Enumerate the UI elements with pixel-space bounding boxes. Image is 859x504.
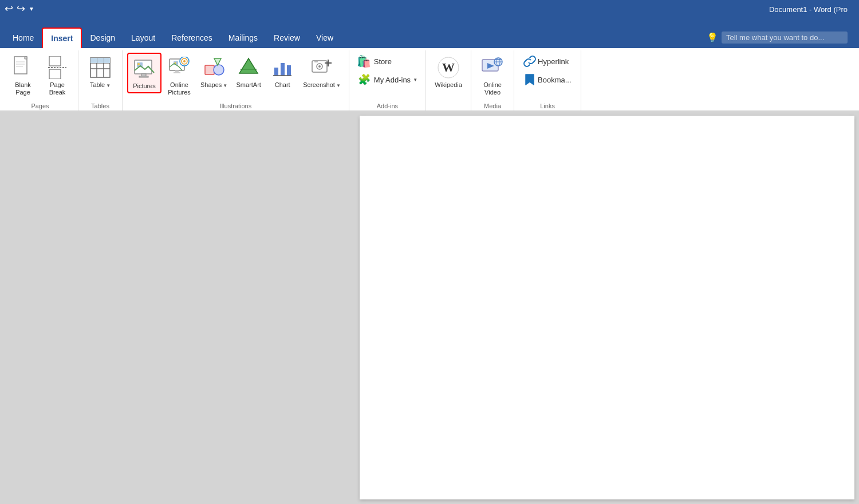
pictures-icon: [132, 56, 157, 81]
media-group-label: Media: [484, 101, 501, 109]
svg-point-17: [137, 63, 140, 65]
tab-review[interactable]: Review: [266, 27, 308, 48]
tab-mailings[interactable]: Mailings: [220, 27, 266, 48]
ribbon-group-online-video: Online Video Media: [471, 50, 514, 111]
blank-page-button[interactable]: Blank Page: [7, 53, 39, 99]
svg-rect-18: [141, 74, 146, 76]
table-dropdown-arrow: ▼: [106, 83, 111, 88]
wikipedia-icon: W: [436, 55, 461, 80]
svg-point-39: [318, 65, 321, 68]
pages-group-label: Pages: [31, 101, 49, 109]
undo-button[interactable]: ↩: [5, 2, 13, 15]
table-button[interactable]: Table ▼: [83, 53, 117, 91]
screenshot-icon: [309, 55, 334, 80]
chart-icon: [270, 55, 295, 80]
blank-page-label: Blank Page: [15, 81, 31, 96]
customize-quick-access-button[interactable]: ▼: [29, 6, 34, 12]
document-page[interactable]: [360, 116, 854, 499]
my-addins-button[interactable]: 🧩 My Add-ins ▼: [354, 71, 421, 88]
smartart-button[interactable]: SmartArt: [232, 53, 265, 91]
svg-rect-27: [174, 72, 180, 73]
hyperlink-button[interactable]: Hyperlink: [519, 53, 576, 70]
online-pictures-icon: [167, 55, 192, 80]
ribbon-group-links: Hyperlink Bookma... Links: [514, 50, 581, 111]
pictures-button[interactable]: Pictures: [127, 53, 161, 93]
tab-references[interactable]: References: [163, 27, 220, 48]
svg-rect-32: [240, 69, 257, 70]
tab-view[interactable]: View: [308, 27, 341, 48]
svg-rect-28: [205, 65, 214, 74]
ribbon-group-tables: Table ▼ Tables: [78, 50, 123, 111]
svg-rect-33: [274, 68, 278, 76]
svg-rect-40: [314, 61, 318, 62]
online-pictures-label: Online Pictures: [168, 81, 191, 96]
hyperlink-icon: [522, 54, 537, 68]
online-video-button[interactable]: Online Video: [476, 53, 509, 99]
chart-button[interactable]: Chart: [266, 53, 298, 91]
svg-marker-31: [239, 58, 258, 73]
title-text: Document1 - Word (Pro: [769, 5, 848, 14]
screenshot-label: Screenshot: [303, 81, 335, 89]
store-label: Store: [374, 57, 392, 66]
my-addins-label: My Add-ins: [374, 76, 411, 84]
tab-home[interactable]: Home: [5, 27, 42, 48]
blank-page-icon: [10, 55, 36, 80]
online-video-icon: [480, 55, 505, 80]
svg-rect-6: [49, 69, 61, 79]
screenshot-button[interactable]: Screenshot ▼: [300, 53, 344, 91]
links-group-label: Links: [540, 101, 555, 109]
tell-me-input[interactable]: [722, 32, 848, 44]
ribbon: Blank Page Page Break Pages: [0, 48, 859, 111]
svg-rect-35: [287, 65, 291, 76]
ribbon-group-wikipedia: W Wikipedia: [426, 50, 471, 111]
left-panel: [0, 111, 355, 504]
my-addins-icon: 🧩: [357, 73, 371, 86]
svg-point-23: [183, 60, 186, 62]
store-button[interactable]: 🛍️ Store: [354, 53, 411, 70]
svg-rect-4: [49, 56, 61, 66]
shapes-icon: [202, 55, 227, 80]
screenshot-dropdown-arrow: ▼: [336, 83, 341, 88]
store-icon: 🛍️: [357, 54, 371, 68]
bookmark-button[interactable]: Bookma...: [519, 71, 576, 88]
svg-rect-13: [97, 58, 104, 63]
tab-design[interactable]: Design: [82, 27, 123, 48]
smartart-label: SmartArt: [237, 81, 261, 89]
table-label: Table: [90, 81, 105, 89]
tab-bar: Home Insert Design Layout References Mai…: [0, 18, 859, 48]
page-break-icon: [45, 55, 70, 80]
svg-text:W: W: [442, 60, 455, 74]
document-area: [0, 111, 859, 504]
online-video-label: Online Video: [483, 81, 502, 96]
svg-rect-34: [281, 63, 285, 76]
svg-rect-12: [90, 58, 97, 63]
wikipedia-button[interactable]: W Wikipedia: [431, 53, 466, 91]
hyperlink-label: Hyperlink: [538, 57, 569, 66]
tables-group-label: Tables: [91, 101, 109, 109]
svg-point-29: [214, 65, 224, 75]
ribbon-group-pages: Blank Page Page Break Pages: [2, 50, 78, 111]
shapes-button[interactable]: Shapes ▼: [197, 53, 231, 91]
title-bar: ↩ ↪ ▼ Document1 - Word (Pro: [0, 0, 859, 18]
ribbon-group-illustrations: Pictures Onli: [123, 50, 349, 111]
illustrations-group-label: Illustrations: [220, 101, 252, 109]
shapes-dropdown-arrow: ▼: [223, 83, 227, 88]
tab-insert[interactable]: Insert: [42, 27, 82, 48]
my-addins-dropdown-arrow: ▼: [413, 77, 417, 82]
addins-group-label: Add-ins: [377, 101, 398, 109]
svg-marker-30: [214, 58, 221, 65]
tab-layout[interactable]: Layout: [123, 27, 163, 48]
lightbulb-icon: 💡: [707, 32, 718, 43]
page-break-button[interactable]: Page Break: [41, 53, 73, 99]
chart-label: Chart: [275, 81, 290, 89]
online-pictures-button[interactable]: Online Pictures: [163, 53, 196, 99]
table-icon: [88, 55, 113, 80]
pictures-label: Pictures: [133, 82, 156, 90]
svg-rect-14: [104, 58, 110, 63]
bookmark-icon: [522, 73, 537, 86]
redo-button[interactable]: ↪: [17, 2, 25, 15]
smartart-icon: [236, 55, 261, 80]
ribbon-group-addins: 🛍️ Store 🧩 My Add-ins ▼ Add-ins: [349, 50, 426, 111]
svg-rect-19: [139, 76, 148, 77]
bookmark-label: Bookma...: [538, 76, 572, 84]
